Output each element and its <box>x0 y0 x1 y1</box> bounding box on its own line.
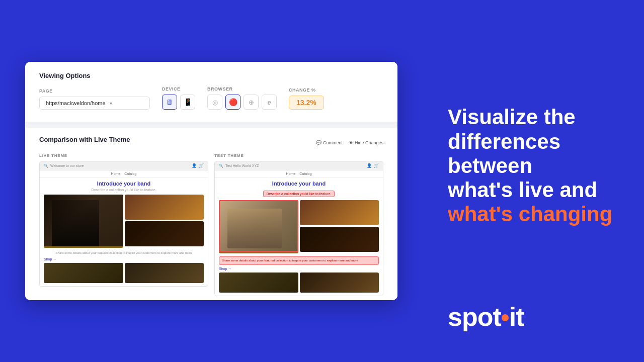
hide-changes-button[interactable]: 👁 Hide Changes <box>349 140 383 145</box>
test-bottom-images <box>219 273 379 293</box>
right-panel: Visualize the differences between what's… <box>423 0 644 362</box>
tagline-line4: what's changing <box>448 202 612 226</box>
live-bottom-img-2 <box>125 263 204 283</box>
live-theme-panel: LIVE THEME 🔍 Welcome to our store 👤 🛒 <box>39 153 208 296</box>
live-bottom-images <box>44 263 204 283</box>
page-url: https/mackweldon/home <box>46 100 106 106</box>
test-bottom-img-1 <box>219 273 298 293</box>
test-content: Introduce your band Describe a collectio… <box>215 177 383 295</box>
test-nav-home: Home <box>286 172 296 175</box>
desktop-icon: 🖥 <box>166 98 173 106</box>
change-label: CHANGE % <box>289 87 324 93</box>
edge-browser-button[interactable]: e <box>262 95 277 110</box>
firefox-icon: 🔴 <box>229 98 237 106</box>
theme-panels: LIVE THEME 🔍 Welcome to our store 👤 🛒 <box>39 153 383 300</box>
chrome-browser-button[interactable]: ⊕ <box>244 95 259 110</box>
live-side-bottom <box>125 221 204 246</box>
logo-area: spotit <box>448 302 619 332</box>
tagline-line2: differences between <box>448 130 560 177</box>
search-icon: 🔍 <box>44 164 48 168</box>
comparison-header: Comparison with Live Theme 💬 Comment 👁 H… <box>39 136 383 149</box>
page-control: PAGE https/mackweldon/home ▾ <box>39 88 150 110</box>
tagline-line3: what's live and <box>448 178 597 202</box>
live-theme-browser: 🔍 Welcome to our store 👤 🛒 Home Catalog <box>39 161 208 286</box>
live-side-bottom-image <box>125 221 204 246</box>
logo-text-after: it <box>509 302 524 331</box>
page-select[interactable]: https/mackweldon/home ▾ <box>39 97 150 110</box>
test-description-highlighted: Share some details about your featured c… <box>219 256 379 264</box>
browser-label: BROWSER <box>207 86 277 92</box>
test-theme-label: TEST THEME <box>214 153 383 158</box>
viewing-options-section: Viewing Options PAGE https/mackweldon/ho… <box>25 62 397 122</box>
test-shop-link[interactable]: Shop → <box>219 267 379 270</box>
test-subtitle-wrapper: Describe a collection you'd like to feat… <box>219 188 379 197</box>
hide-label: Hide Changes <box>355 140 383 145</box>
logo-text-before: spot <box>448 302 501 331</box>
test-cart-icon: 🛒 <box>374 163 379 168</box>
edge-icon: e <box>267 99 271 106</box>
desktop-device-button[interactable]: 🖥 <box>162 95 177 110</box>
firefox-browser-button[interactable]: 🔴 <box>225 95 240 110</box>
test-images-grid <box>219 200 379 253</box>
test-theme-browser: 🔍 Test Hello World XYZ 👤 🛒 Home Catalog <box>214 161 383 296</box>
device-icons: 🖥 📱 <box>162 95 195 110</box>
comparison-actions: 💬 Comment 👁 Hide Changes <box>316 140 383 145</box>
test-search-icon: 🔍 <box>219 164 223 168</box>
browser-icons: ◎ 🔴 ⊕ e <box>207 95 277 110</box>
chrome-icon: ⊕ <box>249 99 254 106</box>
test-main-image <box>219 200 298 253</box>
live-subtitle: Describe a collection you'd like to feat… <box>44 188 204 192</box>
test-subtitle-highlighted: Describe a collection you'd like to feat… <box>263 191 335 197</box>
change-badge: 13.2% <box>289 96 324 110</box>
live-description: Share some details about your featured c… <box>44 251 204 255</box>
comparison-section: Comparison with Live Theme 💬 Comment 👁 H… <box>25 128 397 300</box>
live-main-image <box>44 195 123 248</box>
logo-dot <box>502 314 509 321</box>
cart-icon: 🛒 <box>199 163 204 168</box>
page-label: PAGE <box>39 88 150 94</box>
nav-catalog: Catalog <box>124 172 136 175</box>
tagline-line1: Visualize the <box>448 105 576 129</box>
live-main-img-placeholder <box>44 195 123 246</box>
safari-icon: ◎ <box>212 99 218 106</box>
live-nav: Home Catalog <box>40 170 208 177</box>
test-heading: Introduce your band <box>219 180 379 187</box>
live-heading: Introduce your band <box>44 180 204 187</box>
comparison-title: Comparison with Live Theme <box>39 136 130 143</box>
live-bottom-img-1 <box>44 263 123 283</box>
live-browser-bar: 🔍 Welcome to our store 👤 🛒 <box>40 161 208 170</box>
controls-row: PAGE https/mackweldon/home ▾ DEVICE 🖥 <box>39 86 383 110</box>
eye-icon: 👁 <box>349 140 353 145</box>
viewing-options-title: Viewing Options <box>39 72 383 79</box>
tagline: Visualize the differences between what's… <box>448 30 619 302</box>
test-site-label: Test Hello World XYZ <box>225 164 259 167</box>
account-icon: 👤 <box>192 163 197 168</box>
tagline-text: Visualize the differences between what's… <box>448 105 619 226</box>
mobile-icon: 📱 <box>184 98 192 106</box>
comment-label: Comment <box>323 140 343 145</box>
logo-text: spotit <box>448 302 524 332</box>
browser-control: BROWSER ◎ 🔴 ⊕ e <box>207 86 277 110</box>
test-main-img-placeholder <box>219 200 298 252</box>
nav-home: Home <box>111 172 121 175</box>
mobile-device-button[interactable]: 📱 <box>180 95 195 110</box>
comment-button[interactable]: 💬 Comment <box>316 140 343 145</box>
left-panel: Viewing Options PAGE https/mackweldon/ho… <box>0 0 423 362</box>
safari-browser-button[interactable]: ◎ <box>207 95 222 110</box>
test-nav-catalog: Catalog <box>299 172 311 175</box>
test-browser-bar-icons: 👤 🛒 <box>367 163 379 168</box>
live-site-label: Welcome to our store <box>50 164 84 167</box>
live-content: Introduce your band Describe a collectio… <box>40 177 208 286</box>
device-label: DEVICE <box>162 86 195 92</box>
live-side-top <box>125 195 204 220</box>
test-side-bottom-image <box>300 227 379 252</box>
test-side-bottom <box>300 227 379 252</box>
app-window: Viewing Options PAGE https/mackweldon/ho… <box>25 62 397 300</box>
device-control: DEVICE 🖥 📱 <box>162 86 195 110</box>
browser-bar-icons: 👤 🛒 <box>192 163 204 168</box>
comment-icon: 💬 <box>316 140 321 145</box>
live-shop-link[interactable]: Shop → <box>44 257 204 261</box>
test-nav: Home Catalog <box>215 170 383 177</box>
live-theme-label: LIVE THEME <box>39 153 208 158</box>
live-side-top-image <box>125 195 204 220</box>
